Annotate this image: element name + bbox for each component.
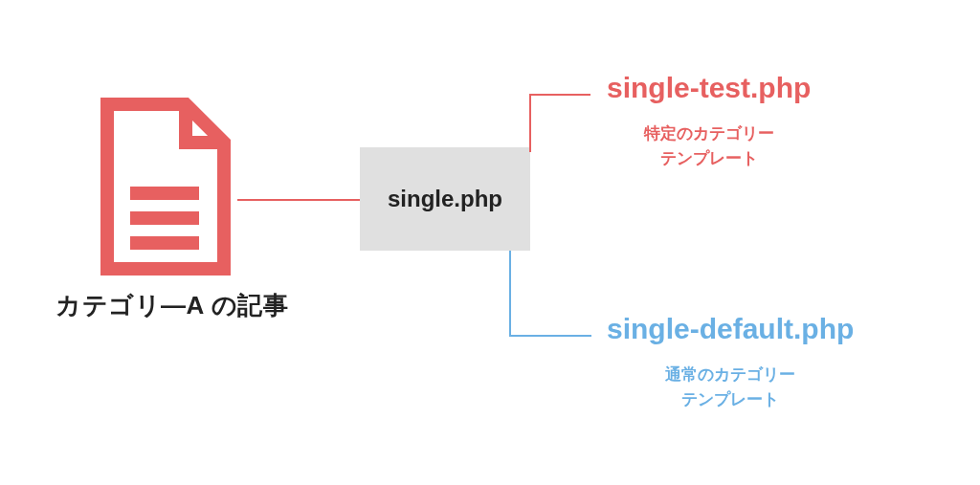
branch-top-sub: 特定のカテゴリー テンプレート (644, 121, 774, 170)
center-box: single.php (360, 147, 530, 251)
branch-bottom-title: single-default.php (607, 313, 854, 345)
branch-top-sub-line2: テンプレート (660, 149, 758, 167)
branch-bottom: single-default.php 通常のカテゴリー テンプレート (607, 313, 854, 411)
branch-bottom-sub-line2: テンプレート (681, 390, 779, 408)
branch-top-sub-line1: 特定のカテゴリー (644, 124, 774, 143)
branch-top-title: single-test.php (607, 72, 811, 104)
branch-top: single-test.php 特定のカテゴリー テンプレート (607, 72, 811, 170)
source-article-label: カテゴリ―A の記事 (56, 289, 288, 322)
connector-branch-up-horiz (529, 94, 590, 96)
connector-branch-down-horiz (509, 335, 591, 337)
document-icon (94, 98, 237, 279)
branch-bottom-sub-line1: 通常のカテゴリー (665, 365, 795, 384)
connector-branch-down-vert (509, 251, 511, 335)
branch-bottom-sub: 通常のカテゴリー テンプレート (665, 363, 795, 411)
center-box-label: single.php (388, 186, 502, 212)
connector-branch-up-vert (529, 94, 531, 152)
connector-left (237, 199, 360, 201)
